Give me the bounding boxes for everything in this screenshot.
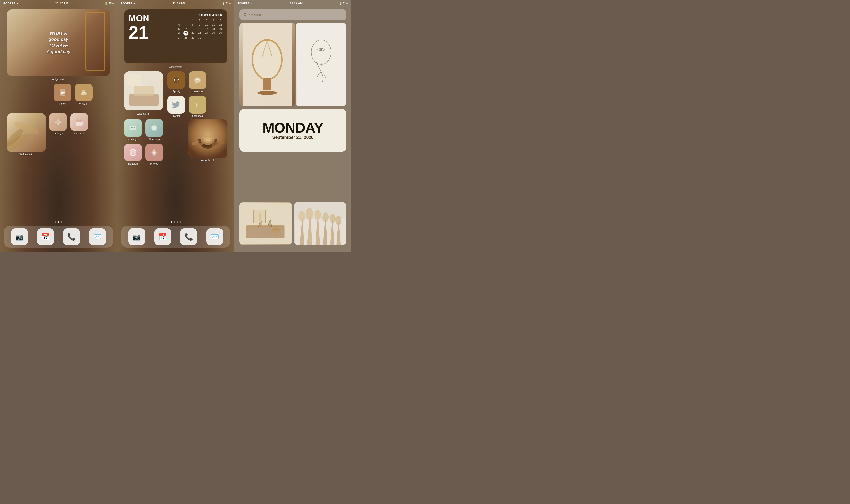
widgetsmith-medium-icon[interactable] [7, 113, 46, 152]
messages-icon[interactable] [124, 119, 142, 137]
coffee-widget-wrap[interactable]: Widgetsmith [188, 119, 227, 162]
status-right-2: 🔋 32% [222, 2, 231, 5]
dock-calendar-2[interactable]: 📅 [154, 228, 171, 245]
widgetsmith-medium-1[interactable]: Widgetsmith [7, 113, 46, 156]
svg-rect-14 [60, 122, 61, 123]
dock-mail-1[interactable]: ✉️ [89, 228, 106, 245]
svg-rect-12 [58, 124, 59, 126]
dock-calendar-1[interactable]: 📅 [37, 228, 54, 245]
weather-app[interactable]: Weather [75, 84, 93, 105]
dock-phone-2[interactable]: 📞 [180, 228, 197, 245]
widgetsmith-label-cal: Widgetsmith [117, 66, 234, 68]
status-bar-1: ROGERS ▲ 11:37 AM 🔋 32% [0, 0, 117, 7]
settings-icon[interactable] [49, 113, 67, 131]
facebook-icon[interactable]: f [189, 96, 206, 114]
p2-row2-right: Twitter f Facebook [167, 96, 206, 118]
svg-point-65 [322, 212, 329, 222]
twitter-app[interactable]: Twitter [167, 96, 185, 118]
p2-row4: Instagram Photos [124, 144, 163, 165]
twitter-icon[interactable] [167, 96, 185, 114]
grass-photo [294, 202, 347, 245]
svg-rect-16 [76, 120, 83, 122]
facebook-app[interactable]: f Facebook [189, 96, 206, 118]
svg-rect-13 [55, 122, 56, 123]
svg-point-28 [132, 127, 134, 128]
apps-row-1-phone1: Notes Weather [54, 84, 93, 105]
monday-day-text: MONDAY [263, 121, 323, 135]
svg-point-27 [131, 127, 132, 128]
cafe-photo-widget[interactable] [124, 71, 163, 110]
dock-1: 📷 📅 📞 ✉️ [4, 226, 113, 248]
svg-point-36 [154, 149, 155, 151]
calendar-label: Calendar [74, 132, 85, 134]
dock-camera-1[interactable]: 📷 [11, 228, 28, 245]
photos-app[interactable]: Photos [145, 144, 163, 165]
top-photo-collage [240, 23, 347, 106]
battery-icon-3: 🔋 [339, 2, 342, 5]
search-bar[interactable]: Search [240, 10, 347, 20]
dot-1 [55, 221, 56, 223]
svg-text:f: f [196, 102, 198, 109]
dock-mail-2[interactable]: ✉️ [206, 228, 223, 245]
widgetsmith-bottom-label: Widgetsmith [19, 153, 33, 156]
svg-rect-59 [254, 210, 265, 223]
status-left-3: ROGERS ▲ [238, 2, 253, 5]
cal-header: MON 21 SEPTEMBER 1 2 3 4 5 6 [128, 13, 223, 41]
coffee-widget-label: Widgetsmith [188, 159, 227, 162]
battery-1: 32% [109, 2, 113, 5]
whatsapp-icon[interactable] [145, 119, 163, 137]
dot2-4 [179, 221, 181, 223]
search-placeholder: Search [249, 13, 261, 17]
svg-point-5 [81, 92, 87, 95]
signal-icon-1: ▲ [16, 2, 19, 5]
inspirational-text: WHAT Agood dayTO HAVEA good day [47, 30, 70, 55]
battery-icon-2: 🔋 [222, 2, 225, 5]
dock-phone-1[interactable]: 📞 [63, 228, 80, 245]
svg-point-38 [151, 152, 153, 153]
carrier-1: ROGERS [3, 2, 15, 5]
spotify-app[interactable]: Spotify [167, 71, 185, 93]
messenger-icon[interactable] [189, 71, 206, 89]
dot-2-active [58, 221, 59, 223]
signal-3: ▲ [251, 2, 253, 5]
instagram-icon[interactable] [124, 144, 142, 161]
svg-point-37 [154, 154, 155, 156]
mirror-photo [240, 23, 295, 106]
phone-screen-3: ROGERS ▲ 11:37 AM 🔋 32% Search [234, 0, 351, 252]
carrier-2: ROGERS [121, 2, 132, 5]
widgetsmith-large-widget-1[interactable]: WHAT Agood dayTO HAVEA good day [7, 10, 110, 76]
messages-app[interactable]: Messages [124, 119, 142, 141]
dot2-1 [171, 221, 172, 223]
status-left-2: ROGERS ▲ [121, 2, 136, 5]
status-right-1: 🔋 32% [105, 2, 113, 5]
svg-point-39 [156, 152, 157, 153]
coffee-widget[interactable] [188, 119, 227, 158]
cal-grid: 1 2 3 4 5 6 7 8 9 10 11 12 [177, 18, 223, 40]
photos-label: Photos [150, 162, 158, 165]
messenger-label: Messenger [191, 90, 203, 93]
svg-point-29 [134, 127, 135, 128]
calendar-widget[interactable]: MON 21 SEPTEMBER 1 2 3 4 5 6 [124, 10, 227, 64]
monday-widget[interactable]: MONDAY September 21, 2020 [240, 109, 347, 152]
battery-2: 32% [226, 2, 231, 5]
photos-icon[interactable] [145, 144, 163, 161]
settings-app[interactable]: Settings [49, 113, 67, 134]
spotify-icon[interactable] [167, 71, 185, 89]
svg-point-58 [272, 227, 281, 234]
calendar-app[interactable]: Calendar [70, 113, 88, 134]
facebook-label: Facebook [192, 115, 203, 118]
calendar-icon[interactable] [70, 113, 88, 131]
notes-icon[interactable] [54, 84, 71, 102]
phone-screen-2: ROGERS ▲ 11:37 AM 🔋 32% MON 21 SEPTEMBER… [117, 0, 234, 252]
messenger-app[interactable]: Messenger [189, 71, 206, 93]
svg-rect-57 [247, 226, 285, 228]
weather-icon[interactable] [75, 84, 93, 102]
svg-rect-49 [264, 78, 271, 90]
monday-date-text: September 21, 2020 [272, 135, 314, 140]
whatsapp-app[interactable]: Whatsapp [145, 119, 163, 141]
status-right-3: 🔋 32% [339, 2, 348, 5]
dock-2: 📷 📅 📞 ✉️ [121, 226, 230, 248]
instagram-app[interactable]: Instagram [124, 144, 142, 165]
dock-camera-2[interactable]: 📷 [128, 228, 145, 245]
notes-app[interactable]: Notes [54, 84, 71, 105]
